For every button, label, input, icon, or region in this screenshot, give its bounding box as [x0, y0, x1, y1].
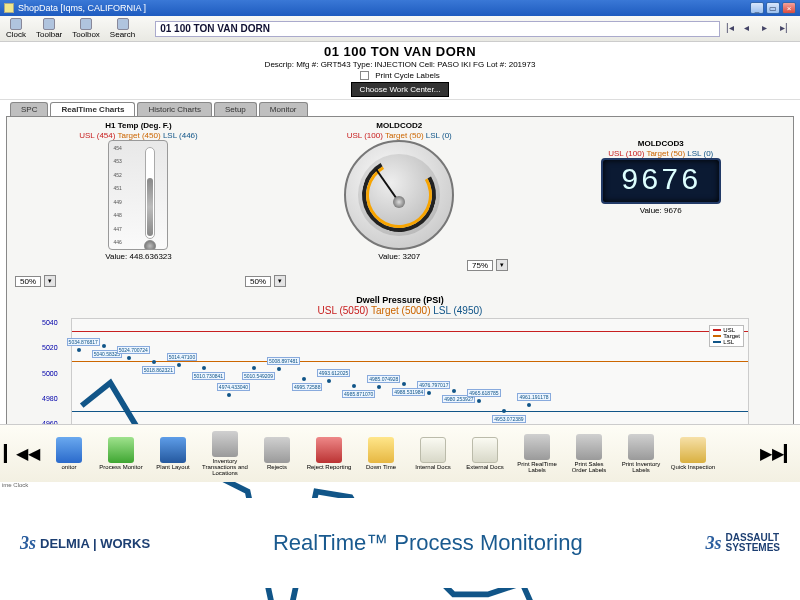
- tb-print-sales[interactable]: Print Sales Order Labels: [566, 434, 612, 474]
- tab-monitor[interactable]: Monitor: [259, 102, 308, 116]
- wand-icon: [680, 437, 706, 463]
- toolbar-tool[interactable]: Toolbar: [36, 18, 62, 39]
- main-toolbar: Clock Toolbar Toolbox Search 01 100 TON …: [0, 16, 800, 42]
- action-toolbar: ▎◀ ◀ onitor Process Monitor Plant Layout…: [0, 424, 800, 482]
- chart-point-label: 5010.730841: [192, 372, 225, 380]
- choose-workcenter-button[interactable]: Choose Work Center...: [351, 82, 450, 97]
- tb-reject-reporting[interactable]: Reject Reporting: [306, 437, 352, 470]
- printer-icon: [576, 434, 602, 460]
- tab-setup[interactable]: Setup: [214, 102, 257, 116]
- monitor-icon: [56, 437, 82, 463]
- tab-realtime-charts[interactable]: RealTime Charts: [50, 102, 135, 116]
- descrip-line: Descrip: Mfg #: GRT543 Type: INJECTION C…: [0, 60, 800, 69]
- print-cycle-checkbox[interactable]: [360, 71, 369, 80]
- nav-last[interactable]: ▸|: [780, 22, 794, 36]
- ds-logo-icon: 3s: [706, 534, 722, 552]
- app-icon: [4, 3, 14, 13]
- tb-next-icon[interactable]: ▶: [760, 444, 772, 463]
- clock-tool[interactable]: Clock: [6, 18, 26, 39]
- chart-point-label: 4976.797017: [417, 381, 450, 389]
- realtime-panel: H1 Temp (Deg. F.) USL (454) Target (450)…: [6, 116, 794, 456]
- tab-spc[interactable]: SPC: [10, 102, 48, 116]
- tab-strip: SPC RealTime Charts Historic Charts Setu…: [0, 102, 800, 116]
- tb-process-monitor[interactable]: Process Monitor: [98, 437, 144, 470]
- external-docs-icon: [472, 437, 498, 463]
- maximize-button[interactable]: ▭: [766, 2, 780, 14]
- chart-point-label: 5014.47100: [167, 353, 197, 361]
- printer-icon: [524, 434, 550, 460]
- downtime-icon: [368, 437, 394, 463]
- tb-internal-docs[interactable]: Internal Docs: [410, 437, 456, 470]
- chart-point-label: 4974.433040: [217, 383, 250, 391]
- print-cycle-label: Print Cycle Labels: [375, 71, 439, 80]
- lcd-gauge: MOLDCOD3 USL (100) Target (50) LSL (0) 9…: [601, 139, 721, 215]
- chart-point: [77, 348, 81, 352]
- rejects-icon: [264, 437, 290, 463]
- tab-historic-charts[interactable]: Historic Charts: [137, 102, 211, 116]
- chart-legend: USL Target LSL: [709, 325, 744, 347]
- chart-point-label: 5008.897481: [267, 357, 300, 365]
- chart-point-label: 4961.191178: [517, 393, 550, 401]
- dial-pct-right[interactable]: 75%: [467, 260, 493, 271]
- lcd-value: Value: 9676: [640, 206, 682, 215]
- dial-value: Value: 3207: [378, 252, 420, 261]
- dassault-logo: 3s DASSAULTSYSTEMES: [706, 533, 780, 553]
- delmia-logo: 3s DELMIA | WORKS: [20, 533, 150, 554]
- tb-last-icon[interactable]: ▶▎: [772, 444, 796, 463]
- page-title: 01 100 TON VAN DORN: [0, 44, 800, 59]
- chart-point: [452, 389, 456, 393]
- inventory-icon: [212, 431, 238, 457]
- thermo-gauge: H1 Temp (Deg. F.) USL (454) Target (450)…: [79, 121, 197, 261]
- minimize-button[interactable]: _: [750, 2, 764, 14]
- search-tool[interactable]: Search: [110, 18, 135, 39]
- tb-first-icon[interactable]: ▎◀: [4, 444, 28, 463]
- dropdown-icon[interactable]: ▾: [274, 275, 286, 287]
- thermo-value: Value: 448.636323: [105, 252, 172, 261]
- window-title: ShopData [Iqms, CALIFORNIA ]: [18, 3, 146, 13]
- dropdown-icon[interactable]: ▾: [44, 275, 56, 287]
- close-button[interactable]: ×: [782, 2, 796, 14]
- tb-external-docs[interactable]: External Docs: [462, 437, 508, 470]
- chart-limits: USL (5050) Target (5000) LSL (4950): [11, 305, 789, 316]
- chart-point: [102, 344, 106, 348]
- tb-inventory-trans[interactable]: Inventory Transactions and Locations: [202, 431, 248, 477]
- tb-print-realtime[interactable]: Print RealTime Labels: [514, 434, 560, 474]
- dial-pct[interactable]: 50%: [245, 276, 271, 287]
- nav-prev[interactable]: ◂: [744, 22, 758, 36]
- tb-rejects[interactable]: Rejects: [254, 437, 300, 470]
- chart-point-label: 5024.700724: [117, 346, 150, 354]
- toolbox-tool[interactable]: Toolbox: [72, 18, 100, 39]
- footer-brand: 3s DELMIA | WORKS RealTime™ Process Moni…: [0, 498, 800, 588]
- thermo-pct[interactable]: 50%: [15, 276, 41, 287]
- workcenter-address[interactable]: 01 100 TON VAN DORN: [155, 21, 720, 37]
- tb-plant-layout[interactable]: Plant Layout: [150, 437, 196, 470]
- chart-point-label: 5034.876817: [67, 338, 100, 346]
- thermometer-icon: 454453452451449448447446: [108, 140, 168, 250]
- dial-title: MOLDCOD2: [376, 121, 422, 130]
- chart-point: [327, 379, 331, 383]
- chart-point-label: 4965.618785: [467, 389, 500, 397]
- toolbar-icon: [43, 18, 55, 30]
- plant-layout-icon: [160, 437, 186, 463]
- footer-title: RealTime™ Process Monitoring: [273, 530, 583, 556]
- dial-limits: USL (100) Target (50) LSL (0): [347, 131, 452, 140]
- tb-down-time[interactable]: Down Time: [358, 437, 404, 470]
- internal-docs-icon: [420, 437, 446, 463]
- chart-point: [152, 360, 156, 364]
- tb-onitor[interactable]: onitor: [46, 437, 92, 470]
- chart-point-label: 5010.549209: [242, 372, 275, 380]
- tb-quick-inspection[interactable]: Quick Inspection: [670, 437, 716, 470]
- chart-point-label: 4988.531984: [392, 388, 425, 396]
- lcd-display: 9676: [601, 158, 721, 204]
- lcd-limits: USL (100) Target (50) LSL (0): [608, 149, 713, 158]
- nav-first[interactable]: |◂: [726, 22, 740, 36]
- chart-point-label: 5018.862321: [142, 366, 175, 374]
- page-header: 01 100 TON VAN DORN Descrip: Mfg #: GRT5…: [0, 42, 800, 100]
- chart-point-label: 4985.074928: [367, 375, 400, 383]
- nav-next[interactable]: ▸: [762, 22, 776, 36]
- chart-point-label: 4953.072389: [492, 415, 525, 423]
- tb-prev-icon[interactable]: ◀: [28, 444, 40, 463]
- chart-point: [202, 366, 206, 370]
- dropdown-icon[interactable]: ▾: [496, 259, 508, 271]
- tb-print-inventory[interactable]: Print Inventory Labels: [618, 434, 664, 474]
